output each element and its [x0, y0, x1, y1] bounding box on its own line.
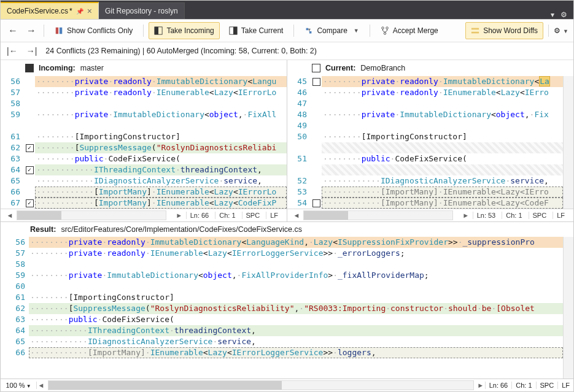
take-current-icon — [229, 26, 238, 35]
line-checkbox[interactable] — [311, 109, 322, 120]
pin-icon[interactable]: 📌 — [76, 8, 83, 15]
code-line[interactable]: ········public·CodeFixService( — [35, 153, 287, 164]
jump-next-icon[interactable]: →| — [26, 46, 37, 56]
code-line[interactable]: ········[SuppressMessage("RoslynDiagnost… — [29, 303, 563, 314]
code-line[interactable]: ············IDiagnosticAnalyzerService·s… — [35, 175, 287, 186]
v-scrollbar[interactable] — [563, 76, 573, 209]
line-checkbox[interactable] — [24, 76, 35, 87]
h-scrollbar[interactable] — [48, 380, 474, 390]
code-line[interactable]: ············[ImportMany]·IEnumerable<Laz… — [322, 186, 563, 198]
code-line[interactable]: ············[ImportMany]·IEnumerable<Laz… — [322, 198, 563, 209]
line-checkbox[interactable] — [311, 198, 322, 209]
code-line[interactable] — [322, 164, 563, 175]
line-checkbox[interactable] — [24, 109, 35, 120]
h-scrollbar[interactable] — [303, 210, 453, 220]
code-line[interactable]: ········private·readonly·IEnumerable<Laz… — [29, 248, 563, 259]
tab-git-repository[interactable]: Git Repository - roslyn — [99, 2, 185, 19]
result-code[interactable]: 5657585960616263646566 ········private·r… — [1, 237, 573, 379]
status-spc: SPC — [242, 212, 264, 219]
line-number: 54 — [287, 198, 307, 209]
toolbar-settings-gear-icon[interactable]: ⚙▼ — [554, 26, 568, 35]
code-line[interactable]: ············IDiagnosticAnalyzerService·s… — [29, 336, 563, 347]
code-line[interactable]: ············[ImportMany]·IEnumerable<Laz… — [29, 347, 563, 358]
line-checkbox[interactable] — [311, 175, 322, 186]
line-checkbox[interactable] — [311, 153, 322, 164]
code-line[interactable]: ············IDiagnosticAnalyzerService·s… — [322, 175, 563, 186]
settings-gear-icon[interactable]: ⚙ — [560, 10, 567, 19]
code-line[interactable] — [322, 142, 563, 153]
scroll-right-icon[interactable]: ► — [175, 212, 184, 219]
code-line[interactable] — [29, 281, 563, 292]
compare-button[interactable]: Compare ▼ — [299, 22, 364, 39]
h-scrollbar[interactable] — [17, 210, 166, 220]
code-line[interactable]: ············[ImportMany]·IEnumerable<Laz… — [35, 198, 287, 209]
line-checkbox[interactable] — [311, 186, 322, 198]
line-checkbox[interactable] — [24, 186, 35, 198]
code-line[interactable]: ········private·readonly·ImmutableDictio… — [322, 76, 563, 87]
code-line[interactable] — [35, 98, 287, 109]
take-current-button[interactable]: Take Current — [223, 22, 289, 39]
line-checkbox[interactable] — [24, 87, 35, 98]
status-lf: LF — [266, 212, 282, 219]
jump-first-icon[interactable]: |← — [7, 46, 18, 56]
status-spc: SPC — [529, 212, 551, 219]
line-checkbox[interactable]: ✓ — [24, 164, 35, 175]
incoming-code[interactable]: 5657585961626364656667 ✓✓✓ ········priva… — [1, 76, 287, 209]
accept-merge-button[interactable]: Accept Merge — [375, 22, 444, 39]
line-checkbox[interactable] — [311, 164, 322, 175]
code-line[interactable]: ········private·readonly·IEnumerable<Laz… — [322, 87, 563, 98]
current-header: Current: DemoBranch — [287, 60, 573, 76]
separator — [370, 25, 370, 37]
code-line[interactable]: ········public·CodeFixService( — [29, 314, 563, 325]
take-incoming-button[interactable]: Take Incoming — [149, 22, 219, 39]
code-line[interactable]: ········private·readonly·IEnumerable<Laz… — [35, 87, 287, 98]
line-checkbox[interactable] — [24, 175, 35, 186]
code-line[interactable]: ············IThreadingContext·threadingC… — [35, 164, 287, 175]
scroll-left-icon[interactable]: ◄ — [37, 382, 45, 389]
code-line[interactable]: ········private·ImmutableDictionary<obje… — [35, 109, 287, 120]
code-line[interactable]: ········private·readonly·ImmutableDictio… — [29, 237, 563, 248]
code-line[interactable]: ········private·ImmutableDictionary<obje… — [322, 109, 563, 120]
line-checkbox[interactable] — [24, 120, 35, 131]
code-line[interactable]: ········[ImportingConstructor] — [322, 131, 563, 142]
tab-overflow-icon[interactable]: ▾ — [551, 10, 554, 19]
v-scrollbar[interactable] — [563, 237, 573, 379]
show-word-diffs-button[interactable]: Show Word Diffs — [465, 22, 543, 39]
line-checkbox[interactable] — [311, 98, 322, 109]
line-checkbox[interactable] — [24, 153, 35, 164]
scroll-left-icon[interactable]: ◄ — [292, 212, 301, 219]
line-checkbox[interactable] — [311, 131, 322, 142]
scroll-left-icon[interactable]: ◄ — [6, 212, 14, 219]
code-line[interactable]: ········[ImportingConstructor] — [35, 131, 287, 142]
current-code[interactable]: 45464748495051525354 ········private·rea… — [287, 76, 573, 209]
code-line[interactable] — [29, 259, 563, 270]
nav-forward-icon[interactable]: → — [24, 25, 39, 36]
show-conflicts-only-button[interactable]: Show Conflicts Only — [49, 22, 138, 39]
code-line[interactable] — [35, 120, 287, 131]
code-line[interactable]: ········public·CodeFixService( — [322, 153, 563, 164]
code-line[interactable] — [322, 120, 563, 131]
checkbox-icon[interactable] — [312, 64, 320, 72]
code-line[interactable]: ········private·readonly·ImmutableDictio… — [35, 76, 287, 87]
code-line[interactable]: ········[ImportingConstructor] — [29, 292, 563, 303]
line-checkbox[interactable] — [24, 131, 35, 142]
line-checkbox[interactable] — [311, 120, 322, 131]
line-checkbox[interactable]: ✓ — [24, 198, 35, 209]
line-checkbox[interactable] — [311, 76, 322, 87]
code-line[interactable]: ············IThreadingContext·threadingC… — [29, 325, 563, 336]
close-icon[interactable]: × — [87, 7, 92, 15]
line-checkbox[interactable] — [24, 98, 35, 109]
nav-back-icon[interactable]: ← — [6, 25, 20, 36]
scroll-right-icon[interactable]: ► — [476, 382, 485, 389]
scroll-right-icon[interactable]: ► — [462, 212, 470, 219]
checkbox-icon[interactable] — [25, 64, 34, 72]
zoom-level[interactable]: 100 %▼ — [1, 382, 37, 389]
line-checkbox[interactable]: ✓ — [24, 142, 35, 153]
code-line[interactable]: ············[ImportMany]·IEnumerable<Laz… — [35, 186, 287, 198]
code-line[interactable]: ········[SuppressMessage("RoslynDiagnost… — [35, 142, 287, 153]
line-checkbox[interactable] — [311, 87, 322, 98]
line-checkbox[interactable] — [311, 142, 322, 153]
code-line[interactable]: ········private·ImmutableDictionary<obje… — [29, 270, 563, 281]
tab-codefixservice[interactable]: CodeFixService.cs* 📌 × — [1, 2, 99, 19]
code-line[interactable] — [322, 98, 563, 109]
